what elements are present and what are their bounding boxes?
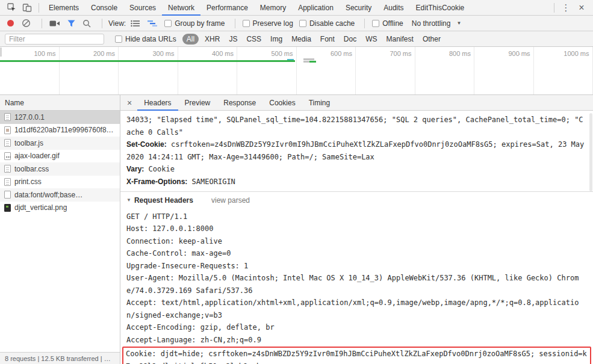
filter-pill-manifest[interactable]: Manifest	[383, 34, 417, 45]
close-devtools-icon[interactable]: ×	[574, 0, 589, 16]
request-raw-line: Host: 127.0.0.1:8000	[126, 223, 587, 235]
request-raw-line: Connection: keep-alive	[126, 235, 587, 248]
request-row[interactable]: toolbar.js	[0, 137, 120, 150]
tab-performance[interactable]: Performance	[200, 0, 254, 16]
overview-dot	[526, 54, 527, 55]
devtools-window: Elements Console Sources Network Perform…	[0, 0, 593, 364]
request-list: 127.0.0.1 1d1df6220ab711e9996760f8… tool…	[0, 111, 120, 352]
group-by-frame-checkbox[interactable]: Group by frame	[164, 19, 225, 28]
preserve-log-label: Preserve log	[253, 19, 293, 28]
detail-tab-cookies[interactable]: Cookies	[262, 95, 302, 111]
view-parsed-link[interactable]: view parsed	[211, 194, 250, 207]
request-name: data:font/woff;base…	[14, 191, 82, 199]
response-header-line: X-Frame-Options: SAMEORIGIN	[126, 176, 587, 188]
filter-pill-all[interactable]: All	[182, 34, 199, 45]
disclosure-triangle-icon[interactable]: ▼	[126, 194, 131, 207]
filter-pill-other[interactable]: Other	[419, 34, 444, 45]
divider	[42, 19, 42, 28]
tab-network[interactable]: Network	[162, 0, 200, 16]
name-column-header[interactable]: Name	[0, 95, 120, 111]
request-row[interactable]: data:font/woff;base…	[0, 188, 120, 202]
request-row[interactable]: ajax-loader.gif	[0, 150, 120, 163]
detail-tab-timing[interactable]: Timing	[302, 95, 337, 111]
filter-pill-ws[interactable]: WS	[362, 34, 380, 45]
request-name: 1d1df6220ab711e9996760f8…	[14, 126, 114, 134]
image-icon	[4, 126, 11, 134]
filter-pill-media[interactable]: Media	[288, 34, 315, 45]
request-raw-line: Accept: text/html,application/xhtml+xml,…	[126, 297, 587, 321]
request-row[interactable]: 1d1df6220ab711e9996760f8…	[0, 124, 120, 137]
hide-data-urls-label: Hide data URLs	[125, 35, 176, 43]
throttling-value: No throttling	[412, 19, 451, 28]
detail-tab-preview[interactable]: Preview	[178, 95, 217, 111]
filter-icon[interactable]	[67, 20, 75, 27]
record-icon[interactable]	[7, 20, 14, 26]
capture-screenshots-icon[interactable]	[49, 20, 60, 27]
detail-tabbar: × Headers Preview Response Cookies Timin…	[120, 95, 593, 111]
request-name: toolbar.css	[14, 165, 49, 173]
timeline-tick: 200 ms	[60, 47, 119, 94]
inspect-element-button[interactable]	[4, 0, 19, 16]
filter-pill-css[interactable]: CSS	[243, 34, 265, 45]
network-main-area: Name 127.0.0.1 1d1df6220ab711e9996760f8……	[0, 95, 593, 364]
device-toolbar-button[interactable]	[19, 0, 35, 16]
header-name: Set-Cookie:	[126, 140, 167, 149]
more-options-icon[interactable]: ⋮	[558, 0, 574, 16]
search-icon[interactable]	[82, 19, 91, 28]
large-rows-icon[interactable]	[131, 20, 140, 27]
network-overview-timeline[interactable]: 100 ms 200 ms 300 ms 400 ms 500 ms 600 m…	[0, 47, 593, 95]
header-value: SAMEORIGIN	[192, 177, 235, 186]
tab-elements[interactable]: Elements	[43, 0, 85, 16]
timeline-tick: 600 ms	[297, 47, 356, 94]
detail-scrollbar[interactable]	[589, 113, 592, 191]
close-detail-icon[interactable]: ×	[120, 98, 137, 108]
divider	[235, 19, 235, 28]
preserve-log-checkbox[interactable]: Preserve log	[243, 19, 293, 28]
chevron-down-icon: ▼	[456, 20, 461, 26]
tab-sources[interactable]: Sources	[123, 0, 162, 16]
detail-tab-response[interactable]: Response	[217, 95, 262, 111]
request-name: toolbar.js	[14, 139, 43, 147]
response-header-line: 34033; "Elapsed time", SQLPanel_sql_time…	[126, 114, 587, 138]
overview-request-bar	[303, 61, 309, 63]
request-detail-pane: × Headers Preview Response Cookies Timin…	[120, 95, 593, 364]
request-row[interactable]: 127.0.0.1	[0, 111, 120, 124]
filter-pill-font[interactable]: Font	[317, 34, 338, 45]
clear-icon[interactable]	[22, 19, 31, 28]
checkbox-icon	[299, 20, 306, 27]
overview-scroll-grip[interactable]	[0, 48, 2, 57]
hide-data-urls-checkbox[interactable]: Hide data URLs	[115, 35, 176, 43]
requests-summary: 8 requests | 12.5 KB transferred | …	[5, 355, 111, 362]
filter-input[interactable]	[5, 34, 104, 45]
filter-pill-img[interactable]: Img	[267, 34, 286, 45]
divider	[102, 19, 102, 28]
request-cookie-line: Cookie: djdt=hide; csrftoken=z4sDnWBZDz5…	[126, 348, 588, 364]
request-row[interactable]: djdt_vertical.png	[0, 202, 120, 215]
request-row[interactable]: print.css	[0, 176, 120, 189]
request-raw-line: GET / HTTP/1.1	[126, 211, 587, 223]
request-row[interactable]: toolbar.css	[0, 162, 120, 176]
waterfall-icon[interactable]	[147, 20, 157, 27]
network-toolbar: View: Group by frame Preserve log Disabl…	[0, 16, 593, 31]
checkbox-icon	[372, 20, 379, 27]
throttling-select[interactable]: No throttling ▼	[412, 19, 462, 28]
tab-audits[interactable]: Audits	[377, 0, 409, 16]
filter-pill-doc[interactable]: Doc	[340, 34, 360, 45]
detail-tab-headers[interactable]: Headers	[137, 95, 178, 111]
tab-security[interactable]: Security	[340, 0, 377, 16]
filter-pill-xhr[interactable]: XHR	[201, 34, 223, 45]
tab-editthiscookie[interactable]: EditThisCookie	[410, 0, 471, 16]
tab-application[interactable]: Application	[292, 0, 340, 16]
overview-dcl-marker	[287, 59, 294, 60]
cookie-highlight-box: Cookie: djdt=hide; csrftoken=z4sDnWBZDz5…	[122, 347, 591, 364]
offline-checkbox[interactable]: Offline	[372, 19, 403, 28]
overview-dot	[519, 54, 520, 55]
tab-console[interactable]: Console	[85, 0, 123, 16]
disable-cache-checkbox[interactable]: Disable cache	[299, 19, 355, 28]
overview-request-bar	[303, 58, 314, 60]
request-raw-line: Cache-Control: max-age=0	[126, 247, 587, 260]
filter-pill-js[interactable]: JS	[225, 34, 241, 45]
offline-label: Offline	[382, 19, 403, 28]
tab-memory[interactable]: Memory	[254, 0, 292, 16]
timeline-tick: 900 ms	[474, 47, 534, 94]
